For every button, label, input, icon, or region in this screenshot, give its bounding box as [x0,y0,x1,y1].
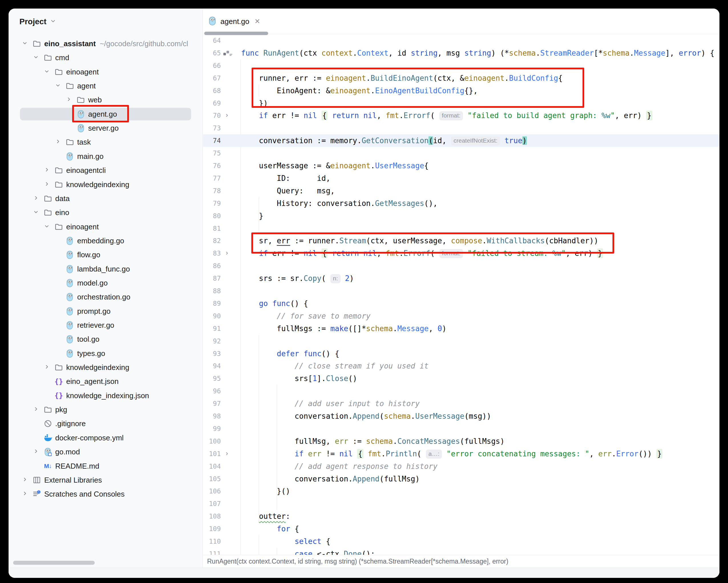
chevron-right-icon[interactable] [32,448,41,456]
project-panel-header[interactable]: Project [19,16,56,27]
tree-item-agent-go[interactable]: agent.go [8,107,203,121]
tree-item-go-mod[interactable]: go.mod [8,445,203,459]
project-panel-horizontal-scrollbar[interactable] [13,561,95,565]
code-line-68[interactable]: 68 EinoAgent: &einoagent.EinoAgentBuildC… [203,84,720,97]
code-line-91[interactable]: 91 fullMsgs := make([]*schema.Message, 0… [203,322,720,335]
tree-item-retriever-go[interactable]: retriever.go [8,318,203,332]
chevron-right-icon[interactable] [54,138,62,146]
code-line-81[interactable]: 81 [203,222,720,235]
tree-item-prompt-go[interactable]: prompt.go [8,304,203,318]
tree-item-model-go[interactable]: model.go [8,276,203,290]
tree-item-pkg[interactable]: pkg [8,402,203,417]
code-area[interactable]: 6465func RunAgent(ctx context.Context, i… [203,34,720,555]
tree-item-lambda-func-go[interactable]: lambda_func.go [8,262,203,276]
breadcrumb[interactable]: RunAgent(ctx context.Context, id string,… [203,558,508,565]
code-line-77[interactable]: 77 ID: id, [203,172,720,185]
code-line-101[interactable]: 101› if err != nil { fmt.Println( a…: "e… [203,448,720,460]
code-line-78[interactable]: 78 Query: msg, [203,185,720,197]
code-line-111[interactable]: 111 case <-ctx.Done(): [203,548,720,555]
code-line-89[interactable]: 89 go func() { [203,297,720,310]
code-line-110[interactable]: 110 select { [203,535,720,548]
tree-item-eino-agent-json[interactable]: {}eino_agent.json [8,374,203,389]
tree-item-einoagentcli[interactable]: einoagentcli [8,163,203,178]
tree-item-flow-go[interactable]: flow.go [8,247,203,262]
tree-item-embedding-go[interactable]: embedding.go [8,234,203,248]
chevron-right-icon[interactable] [21,476,29,484]
code-line-83[interactable]: 83› if err != nil { return nil, fmt.Erro… [203,247,720,260]
code-line-100[interactable]: 100 fullMsg, err := schema.ConcatMessage… [203,435,720,448]
code-line-70[interactable]: 70› if err != nil { return nil, fmt.Erro… [203,109,720,122]
chevron-right-icon[interactable] [43,363,51,371]
tree-item-einoagent[interactable]: einoagent [8,220,203,234]
tab-close-icon[interactable]: ✕ [253,18,260,25]
chevron-right-icon[interactable] [32,405,41,414]
tree-item-agent[interactable]: agent [8,79,203,93]
tree-item--gitignore[interactable]: .gitignore [8,417,203,431]
chevron-right-icon[interactable] [43,181,51,188]
fold-chevron-icon[interactable]: › [225,249,229,257]
code-line-90[interactable]: 90 // for save to memory [203,310,720,322]
tree-item-knowledgeindexing[interactable]: knowledgeindexing [8,178,203,192]
code-line-95[interactable]: 95 srs[1].Close() [203,372,720,385]
tree-item-task[interactable]: task [8,135,203,149]
code-line-69[interactable]: 69 }) [203,97,720,109]
tree-item-web[interactable]: web [8,93,203,107]
tree-item-data[interactable]: data [8,191,203,206]
code-line-76[interactable]: 76 userMessage := &einoagent.UserMessage… [203,159,720,172]
code-line-94[interactable]: 94 // close stream if you used it [203,360,720,372]
tree-item-main-go[interactable]: main.go [8,149,203,163]
chevron-down-icon[interactable] [54,82,62,90]
tree-item-eino-assistant[interactable]: eino_assistant~/gocode/src/github.com/cl [8,36,203,51]
code-line-64[interactable]: 64 [203,34,720,47]
code-line-98[interactable]: 98 conversation.Append(schema.UserMessag… [203,410,720,422]
tree-item-scratches-and-consoles[interactable]: Scratches and Consoles [8,487,203,501]
tree-item-external-libraries[interactable]: External Libraries [8,473,203,487]
code-line-75[interactable]: 75 [203,147,720,159]
code-line-109[interactable]: 109 for { [203,523,720,535]
tree-item-server-go[interactable]: server.go [8,121,203,135]
tree-item-knowledgeindexing[interactable]: knowledgeindexing [8,360,203,374]
code-line-93[interactable]: 93 defer func() { [203,347,720,360]
chevron-right-icon[interactable] [21,490,29,498]
code-line-108[interactable]: 108 outter: [203,510,720,523]
code-line-74[interactable]: 74 conversation := memory.GetConversatio… [203,134,720,147]
tree-item-types-go[interactable]: types.go [8,346,203,361]
chevron-right-icon[interactable] [43,166,51,174]
code-line-104[interactable]: 104 // add agent response to history [203,460,720,473]
chevron-down-icon[interactable] [21,39,29,48]
code-line-79[interactable]: 79 History: conversation.GetMessages(), [203,197,720,210]
chevron-down-icon[interactable] [50,18,56,25]
code-line-92[interactable]: 92 [203,335,720,347]
chevron-down-icon[interactable] [32,209,41,216]
chevron-right-icon[interactable] [32,194,41,203]
tree-item-eino[interactable]: eino [8,205,203,220]
chevron-right-icon[interactable] [65,96,73,104]
code-line-96[interactable]: 96 [203,385,720,397]
tree-item-knowledge-indexing-json[interactable]: {}knowledge_indexing.json [8,389,203,403]
code-line-105[interactable]: 105 conversation.Append(fullMsg) [203,473,720,485]
code-line-82[interactable]: 82 sr, err := runner.Stream(ctx, userMes… [203,235,720,247]
code-line-66[interactable]: 66 [203,59,720,72]
code-line-65[interactable]: 65func RunAgent(ctx context.Context, id … [203,47,720,59]
code-vision-icon[interactable] [223,50,233,58]
chevron-down-icon[interactable] [43,223,51,231]
code-line-80[interactable]: 80 } [203,210,720,222]
tree-item-tool-go[interactable]: tool.go [8,332,203,346]
fold-chevron-icon[interactable]: › [225,450,229,457]
chevron-down-icon[interactable] [32,54,41,62]
code-line-97[interactable]: 97 // add user input to history [203,397,720,410]
tree-item-readme-md[interactable]: M↓README.md [8,459,203,473]
code-line-67[interactable]: 67 runner, err := einoagent.BuildEinoAge… [203,72,720,84]
code-line-73[interactable]: 73 [203,122,720,134]
code-line-107[interactable]: 107 [203,498,720,510]
fold-chevron-icon[interactable]: › [225,111,229,119]
tab-agent-go[interactable]: agent.go ✕ [208,12,260,30]
tree-item-docker-compose-yml[interactable]: docker-compose.yml [8,431,203,445]
code-line-99[interactable]: 99 [203,422,720,435]
code-line-106[interactable]: 106 }() [203,485,720,498]
tree-item-orchestration-go[interactable]: orchestration.go [8,290,203,304]
tree-item-einoagent[interactable]: einoagent [8,65,203,79]
code-line-86[interactable]: 86 [203,260,720,272]
chevron-down-icon[interactable] [43,68,51,76]
code-line-88[interactable]: 88 [203,285,720,297]
